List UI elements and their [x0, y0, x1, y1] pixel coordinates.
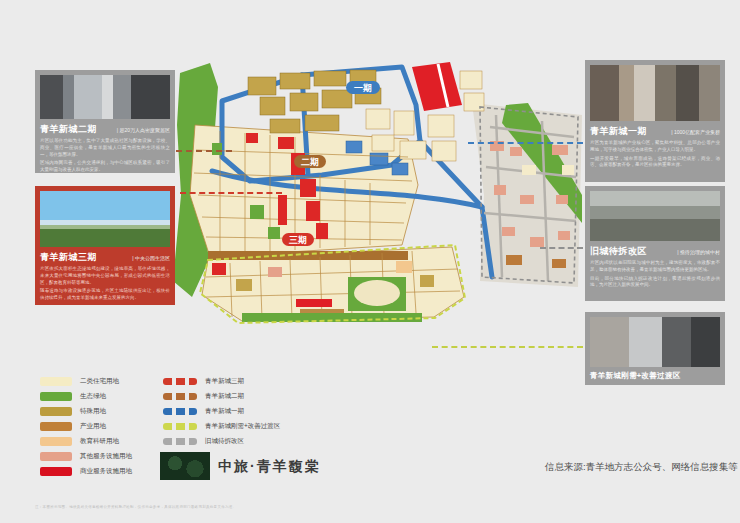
zone-line-oldtown — [163, 438, 197, 445]
oldtown-body2: 目前，部分地块已纳入拆迁改造计划，腾退后将按规划逐步供地，为片区注入新的发展空间… — [590, 276, 720, 290]
badge-phase3: 三期 — [282, 233, 314, 246]
svg-text:三期: 三期 — [289, 235, 307, 245]
oldtown-photo — [590, 191, 720, 241]
oldtown-body1: 片区内现状以老旧院落与城中村为主，建筑密度大，市政配套不足，整体面貌有待改善，是… — [590, 260, 720, 274]
svg-text:二期: 二期 — [301, 157, 319, 167]
phase2-body1: 片区以居住功能为主，集中了大量成熟社区与配套设施，学校、商业、医疗一应俱全，是青… — [40, 138, 170, 158]
phase3-title: 青羊新城三期 — [40, 251, 97, 264]
legend-landuse-2: 特殊用地 — [40, 406, 106, 416]
legend-landuse-3: 产业用地 — [40, 421, 106, 431]
swatch-otherservice — [40, 452, 72, 461]
card-phase1: 青羊新城一期 | 1000亿配套产业集群 片区为青羊新城的产业核心区，聚集航空科… — [585, 60, 725, 182]
leader-transition — [432, 346, 583, 348]
phase3-photo — [40, 191, 170, 247]
phase1-body2: 一期开发最早，城市界面成熟，道路骨架已经成形，商业、酒店、会展等配套齐备，是片区… — [590, 156, 720, 170]
badge-phase2: 二期 — [294, 155, 326, 168]
phase2-body2: 区域内路网完善，公共交通便利，与中心城区联系紧密，吸引了大量刚需与改善人群在此安… — [40, 160, 170, 174]
svg-text:一期: 一期 — [354, 83, 372, 93]
khaki-parcels — [248, 70, 381, 133]
brown-strip — [208, 251, 408, 260]
phase2-title: 青羊新城二期 — [40, 123, 97, 136]
swatch-green — [40, 392, 72, 401]
swatch-residential — [40, 377, 72, 386]
zone-line-phase2 — [163, 393, 197, 400]
card-transition: 青羊新城刚需+改善过渡区 — [585, 312, 725, 385]
red-parcel-large — [412, 62, 462, 111]
park-oval — [354, 280, 400, 306]
legend-landuse-0: 二类住宅用地 — [40, 376, 119, 386]
phase3-body1: 片区依托大面积生态绿地规划建设，绿地率高，居住环境优越，未来大量住宅用地将围绕中… — [40, 266, 170, 286]
brand-name: 中旅·青羊馥棠 — [218, 458, 321, 476]
info-source: 信息来源:青羊地方志公众号、网络信息搜集等 — [545, 461, 738, 474]
legend-zone-2: 青羊新城一期 — [163, 406, 244, 416]
fine-print: 注：本图所示范围、地块及相关信息根据公开资料整理绘制，仅作示意参考，具体以政府部… — [35, 505, 236, 509]
phase2-subtitle: | 超20万人高密度聚居区 — [117, 127, 170, 133]
phase3-subtitle: | 中央公园生活区 — [132, 255, 170, 261]
leader-phase3 — [180, 192, 282, 194]
card-phase2: 青羊新城二期 | 超20万人高密度聚居区 片区以居住功能为主，集中了大量成熟社区… — [35, 70, 175, 173]
leader-oldtown — [540, 247, 583, 249]
zone-line-phase1 — [163, 408, 197, 415]
poster-canvas: 一期 二期 三期 青羊新城二期 | 超20万人高密度聚居区 片区以居住功能为主，… — [0, 0, 740, 523]
zone-line-phase3 — [163, 378, 197, 385]
phase2-photo — [40, 75, 170, 119]
legend-zone-0: 青羊新城三期 — [163, 376, 244, 386]
leader-phase1 — [468, 142, 583, 144]
legend-landuse-6: 商业服务设施用地 — [40, 466, 132, 476]
phase1-body1: 片区为青羊新城的产业核心区，聚集航空科技、总部办公等产业用地，写字楼与商业综合体… — [590, 140, 720, 154]
swatch-special — [40, 407, 72, 416]
phase1-subtitle: | 1000亿配套产业集群 — [671, 129, 720, 135]
brand-logo-image — [160, 452, 210, 480]
legend-landuse-1: 生态绿地 — [40, 391, 106, 401]
oldtown-title: 旧城待拆改区 — [590, 245, 647, 258]
zone-line-transition — [163, 423, 197, 430]
phase1-title: 青羊新城一期 — [590, 125, 647, 138]
transition-photo — [590, 317, 720, 367]
leader-phase2 — [176, 150, 232, 152]
badge-phase1: 一期 — [346, 81, 380, 94]
legend-zone-4: 旧城待拆改区 — [163, 436, 244, 446]
transition-title: 青羊新城刚需+改善过渡区 — [590, 371, 720, 381]
swatch-commercial — [40, 467, 72, 476]
oldtown-subtitle: | 亟待治理的城中村 — [677, 249, 720, 255]
legend-landuse-4: 教育科研用地 — [40, 436, 119, 446]
phase3-body2: 随着道路与市政设施逐步落地，片区土地陆续供应出让，板块价值持续提升，成为青羊新城… — [40, 288, 170, 302]
phase1-photo — [590, 65, 720, 121]
landuse-map: 一期 二期 三期 — [150, 45, 590, 350]
legend-zone-3: 青羊新城刚需+改善过渡区 — [163, 421, 280, 431]
card-oldtown: 旧城待拆改区 | 亟待治理的城中村 片区内现状以老旧院落与城中村为主，建筑密度大… — [585, 186, 725, 301]
legend-zone-1: 青羊新城二期 — [163, 391, 244, 401]
swatch-education — [40, 437, 72, 446]
card-phase3: 青羊新城三期 | 中央公园生活区 片区依托大面积生态绿地规划建设，绿地率高，居住… — [35, 186, 175, 305]
swatch-industry — [40, 422, 72, 431]
legend-landuse-5: 其他服务设施用地 — [40, 451, 132, 461]
